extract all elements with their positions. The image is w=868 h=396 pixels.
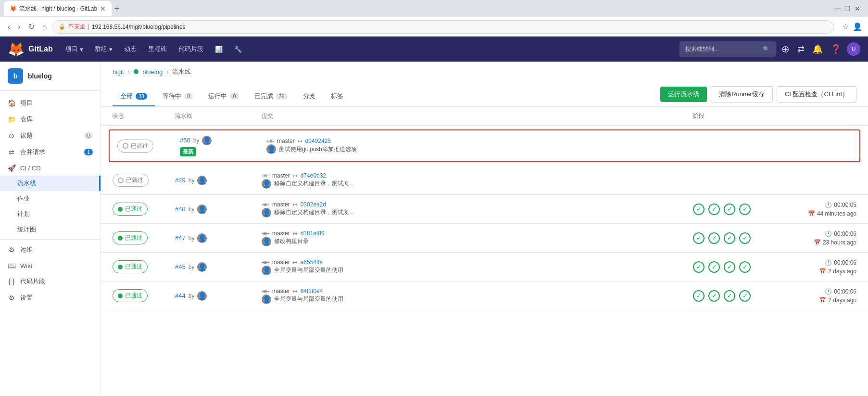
sidebar-item-ops[interactable]: ⚙ 运维 bbox=[0, 242, 101, 258]
stage-icon-5-2[interactable] bbox=[708, 261, 720, 273]
window-maximize[interactable]: ❐ bbox=[844, 5, 851, 13]
tab-tags[interactable]: 标签 bbox=[323, 87, 351, 106]
clear-runner-cache-button[interactable]: 清除Runner缓存 bbox=[711, 86, 773, 102]
commit-hash-link-6[interactable]: 84f1f0e4 bbox=[301, 288, 323, 294]
merge-icon: ⇄ bbox=[8, 148, 15, 156]
stage-icon-3-4[interactable] bbox=[739, 204, 751, 215]
branch-icon-4: ᚔ bbox=[262, 230, 269, 237]
stage-icon-5-4[interactable] bbox=[739, 261, 751, 273]
stage-icon-6-3[interactable] bbox=[724, 290, 735, 302]
reload-button[interactable]: ↻ bbox=[26, 20, 37, 33]
tab-running[interactable]: 运行中 0 bbox=[201, 87, 246, 106]
pipeline-hash-1[interactable]: #50 bbox=[180, 137, 190, 144]
tab-close-button[interactable]: ✕ bbox=[100, 5, 106, 13]
new-tab-button[interactable]: + bbox=[114, 4, 120, 14]
stage-icon-4-3[interactable] bbox=[724, 232, 735, 244]
top-nav-menu: 项目 ▾ 群组 ▾ 动态 里程碑 代码片段 📊 🔧 bbox=[61, 42, 247, 56]
stage-icon-6-2[interactable] bbox=[708, 290, 720, 302]
nav-projects[interactable]: 项目 ▾ bbox=[61, 42, 88, 56]
sidebar-item-project[interactable]: 🏠 项目 bbox=[0, 95, 101, 111]
forward-button[interactable]: › bbox=[16, 21, 22, 33]
run-pipeline-button[interactable]: 运行流水线 bbox=[660, 87, 707, 102]
sidebar-item-merge[interactable]: ⇄ 合并请求 1 bbox=[0, 144, 101, 160]
pipeline-hash-3[interactable]: #48 bbox=[175, 205, 186, 213]
home-button[interactable]: ⌂ bbox=[40, 21, 49, 33]
pipeline-hash-4[interactable]: #47 bbox=[175, 234, 186, 242]
wiki-icon: 📖 bbox=[8, 262, 15, 269]
pipeline-hash-5[interactable]: #45 bbox=[175, 263, 186, 270]
sidebar-item-code-snippets[interactable]: { } 代码片段 bbox=[0, 273, 101, 290]
stage-icon-3-1[interactable] bbox=[693, 204, 704, 215]
pipeline-by-2: by bbox=[189, 177, 195, 184]
pipeline-by-6: by bbox=[189, 293, 195, 299]
nav-snippets[interactable]: 代码片段 bbox=[174, 42, 208, 56]
sidebar-item-pipelines[interactable]: 流水线 bbox=[0, 176, 101, 191]
sidebar-item-cicd[interactable]: 🚀 CI / CD bbox=[0, 160, 101, 176]
browser-tab[interactable]: 🦊 流水线 · higit / bluelog · GitLab ✕ bbox=[4, 1, 112, 16]
sidebar-item-settings[interactable]: ⚙ 设置 bbox=[0, 290, 101, 306]
sidebar-item-wiki[interactable]: 📖 Wiki bbox=[0, 258, 101, 273]
tab-pending[interactable]: 等待中 0 bbox=[155, 87, 201, 106]
nav-wrench-icon[interactable]: 🔧 bbox=[229, 42, 247, 56]
search-box[interactable]: 搜索或转到... 🔍 bbox=[679, 41, 776, 57]
pipeline-hash-6[interactable]: #44 bbox=[175, 292, 186, 299]
nav-chart-icon[interactable]: 📊 bbox=[210, 42, 227, 56]
stage-icon-3-2[interactable] bbox=[708, 204, 720, 215]
stage-icon-5-1[interactable] bbox=[693, 261, 704, 273]
breadcrumb-bluelog[interactable]: bluelog bbox=[142, 68, 163, 76]
time-3: 🕐 00:00:05 📅 44 minutes ago bbox=[780, 202, 856, 217]
user-avatar[interactable]: U bbox=[847, 42, 860, 56]
breadcrumb-higit[interactable]: higit bbox=[113, 68, 124, 76]
status-dot-5 bbox=[118, 265, 123, 269]
stage-icon-5-3[interactable] bbox=[724, 261, 735, 273]
user-profile-icon[interactable]: 👤 bbox=[853, 22, 862, 31]
sidebar-item-charts[interactable]: 统计图 bbox=[0, 222, 101, 237]
commit-hash-link-2[interactable]: d74e0b32 bbox=[301, 172, 326, 179]
nav-milestones[interactable]: 里程碑 bbox=[143, 42, 172, 56]
ci-lint-button[interactable]: CI 配置检查（CI Lint） bbox=[777, 86, 856, 102]
sidebar-item-jobs[interactable]: 作业 bbox=[0, 191, 101, 206]
duration-6: 🕐 00:00:06 bbox=[825, 288, 856, 295]
back-button[interactable]: ‹ bbox=[6, 21, 12, 33]
stage-icon-6-4[interactable] bbox=[739, 290, 751, 302]
commit-hash-link-4[interactable]: d181ef89 bbox=[301, 230, 325, 237]
stage-icon-3-3[interactable] bbox=[724, 204, 735, 215]
issues-icon[interactable]: 🔔 bbox=[810, 42, 825, 56]
project-avatar: b bbox=[8, 68, 23, 84]
stage-icon-4-1[interactable] bbox=[693, 232, 704, 244]
commit-hash-link-5[interactable]: a6554ffa bbox=[301, 259, 323, 266]
tab-finished[interactable]: 已完成 36 bbox=[247, 87, 295, 106]
address-bar[interactable]: 🔒 不安全 | 192.168.56.14/higit/bluelog/pipe… bbox=[52, 20, 834, 34]
stage-icon-6-1[interactable] bbox=[693, 290, 704, 302]
nav-activity[interactable]: 动态 bbox=[119, 42, 141, 56]
plus-button[interactable]: ⊕ bbox=[780, 41, 792, 57]
pipeline-hash-2[interactable]: #49 bbox=[175, 177, 186, 184]
window-close[interactable]: ✕ bbox=[855, 5, 860, 13]
nav-groups[interactable]: 群组 ▾ bbox=[90, 42, 117, 56]
help-icon[interactable]: ❓ bbox=[829, 42, 843, 56]
sidebar-label-merge: 合并请求 bbox=[20, 148, 45, 156]
commit-user-1: 👤 bbox=[266, 144, 276, 154]
pipeline-row-3: 已通过 #48 by 👤 ᚔ master ↦ 0302ea2d 👤 bbox=[101, 195, 868, 224]
sidebar-item-repo[interactable]: 📁 仓库 bbox=[0, 111, 101, 128]
commit-info-1: ᚔ master ↦ d0492425 👤 测试使用git push添加推送选项 bbox=[266, 138, 688, 154]
tabs-bar: 全部 38 等待中 0 运行中 0 已完成 36 分支 标签 运行流水线 bbox=[101, 86, 868, 107]
tab-all[interactable]: 全部 38 bbox=[113, 87, 155, 106]
tab-branches[interactable]: 分支 bbox=[295, 87, 323, 106]
commit-hash-link-1[interactable]: d0492425 bbox=[305, 138, 331, 144]
stage-icon-4-2[interactable] bbox=[708, 232, 720, 244]
commit-hash-link-3[interactable]: 0302ea2d bbox=[301, 201, 326, 208]
stage-icon-4-4[interactable] bbox=[739, 232, 751, 244]
gitlab-logo[interactable]: 🦊 GitLab bbox=[8, 41, 53, 57]
tab-finished-count: 36 bbox=[276, 93, 288, 100]
status-text-2: 已就过 bbox=[126, 176, 143, 184]
tab-tags-label: 标签 bbox=[331, 92, 343, 101]
arrow-icon-4: ↦ bbox=[293, 230, 298, 237]
sidebar-item-schedules[interactable]: 计划 bbox=[0, 206, 101, 222]
merge-requests-icon[interactable]: ⇄ bbox=[795, 42, 806, 56]
pipeline-row-5: 已通过 #45 by 👤 ᚔ master ↦ a6554ffa 👤 bbox=[101, 253, 868, 281]
window-minimize[interactable]: ─ bbox=[834, 4, 841, 14]
commit-text-5: 全局变量与局部变量的使用 bbox=[274, 266, 343, 274]
bookmark-icon[interactable]: ☆ bbox=[842, 22, 849, 31]
sidebar-item-issues[interactable]: ⊙ 议题 0 bbox=[0, 128, 101, 144]
